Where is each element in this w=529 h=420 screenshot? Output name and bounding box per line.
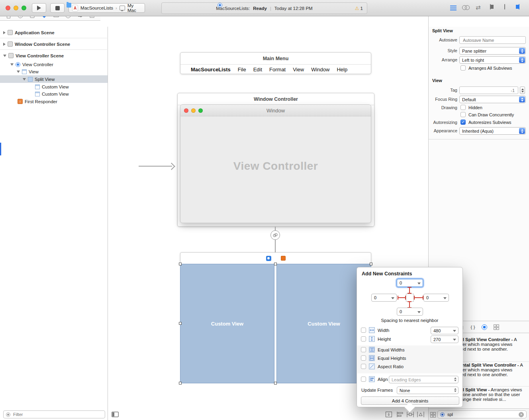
menu-item-app[interactable]: MacSourceLists [191,67,231,73]
stop-button[interactable] [50,3,65,13]
tag-input[interactable] [462,88,515,93]
scene-icon [8,30,13,35]
split-view-object[interactable]: Custom View Custom View [180,264,371,383]
clear-search-icon[interactable]: ✕ [519,412,524,417]
outline-row-view[interactable]: View [0,68,108,75]
autosave-input[interactable] [462,37,523,43]
window-object[interactable]: Window View Controller [180,104,371,223]
menu-item-window[interactable]: Window [311,67,329,73]
dock-view-controller-icon[interactable] [266,256,271,261]
autosave-field[interactable] [459,36,526,44]
menu-item-help[interactable]: Help [337,67,347,73]
segue-icon[interactable] [270,230,280,240]
resolve-issues-button-icon[interactable] [416,411,425,418]
menu-item-file[interactable]: File [238,67,246,73]
run-button[interactable] [32,3,46,13]
resize-handle[interactable] [274,263,277,265]
arranges-all-subviews-checkbox[interactable] [460,65,466,71]
main-menu-scene[interactable]: Main Menu MacSourceLists File Edit Forma… [180,52,371,74]
align-value-combo[interactable]: Leading Edges [389,376,458,383]
zoom-window-button[interactable] [22,6,26,10]
focus-ring-label: Focus Ring [428,97,457,102]
custom-view-left[interactable]: Custom View [180,264,274,383]
appearance-popup[interactable]: Inherited (Aqua) [459,127,526,135]
status-warning-badge[interactable]: ⚠ 1 [355,6,363,11]
library-grid-view-icon[interactable] [430,412,436,418]
right-strut[interactable] [414,297,423,298]
disclosure-triangle-icon[interactable] [3,31,6,34]
outline-row-view-controller[interactable]: View Controller [0,61,108,68]
right-spacing-combo[interactable]: 0 [423,294,449,302]
media-library-tab-icon[interactable] [494,324,499,330]
update-frames-combo[interactable]: None [397,387,458,394]
aspect-ratio-checkbox[interactable] [361,364,366,369]
equal-heights-checkbox[interactable] [361,355,366,361]
resize-handle[interactable] [179,322,182,325]
code-snippet-library-tab-icon[interactable]: { } [470,325,475,330]
aspect-ratio-label: Aspect Ratio [378,364,404,369]
resize-handle[interactable] [179,382,182,385]
standard-editor-icon[interactable] [450,6,457,11]
tag-stepper[interactable] [520,86,525,94]
outline-filter-field[interactable] [3,410,105,418]
dock-first-responder-icon[interactable] [281,256,286,261]
strut-cap [405,296,406,300]
outline-row-custom-view-2[interactable]: Custom View [0,90,108,98]
stack-button-icon[interactable] [384,411,394,418]
tag-label: Tag [428,88,457,92]
bottom-spacing-combo[interactable]: 0 [397,308,423,316]
close-window-button[interactable] [6,6,10,10]
disclosure-triangle-icon[interactable] [3,43,6,46]
object-library-tab-icon-selected[interactable] [482,324,487,330]
outline-row-custom-view-1[interactable]: Custom View [0,83,108,90]
equal-widths-checkbox[interactable] [361,347,366,352]
autoresizes-subviews-checkbox[interactable]: ✓ [460,120,466,125]
top-spacing-combo[interactable]: 0 [397,279,423,287]
resize-handle[interactable] [274,382,277,385]
can-draw-concurrently-checkbox[interactable] [460,112,466,117]
align-button-icon[interactable] [395,411,405,418]
library-search-input[interactable] [447,412,517,417]
hidden-checkbox[interactable] [460,105,466,110]
minimize-window-button[interactable] [14,6,18,10]
menu-item-format[interactable]: Format [269,67,286,73]
arrange-popup[interactable]: Left to right [459,56,526,64]
status-state: Ready [253,6,267,11]
outline-row-split-view-selected[interactable]: Split View [0,75,108,83]
scheme-name: MacSourceLists [80,6,113,10]
filter-input[interactable] [12,412,102,417]
focus-ring-popup[interactable]: Default [459,96,526,103]
align-checkbox[interactable] [361,377,366,382]
toggle-document-outline-icon[interactable] [112,412,119,417]
scheme-selector[interactable]: A MacSourceLists › My Mac [69,3,145,13]
strut-cap [408,301,411,302]
tag-field[interactable] [459,86,518,94]
style-popup[interactable]: Pane splitter [459,47,526,55]
outline-row-application-scene[interactable]: Application Scene [0,29,108,36]
resize-handle[interactable] [370,263,372,265]
height-checkbox[interactable] [361,336,366,341]
disclosure-triangle-icon[interactable] [23,78,26,80]
menu-item-view[interactable]: View [293,67,304,73]
version-editor-icon[interactable]: ⇄ [476,4,481,11]
outline-row-first-responder[interactable]: ↑ First Responder [0,98,108,105]
menu-item-edit[interactable]: Edit [253,67,262,73]
outline-row-view-controller-scene[interactable]: View Controller Scene [0,52,108,59]
height-value-combo[interactable]: 270 [431,336,458,343]
toggle-inspector-icon[interactable] [519,4,519,10]
outline-row-window-controller-scene[interactable]: Window Controller Scene [0,40,108,48]
disclosure-triangle-icon[interactable] [17,71,20,73]
library-search-field[interactable]: ✕ [437,410,527,418]
disclosure-triangle-icon[interactable] [3,55,6,57]
width-value-combo[interactable]: 480 [431,327,458,334]
folder-icon [67,3,71,8]
warning-icon: ⚠ [355,6,359,11]
left-spacing-combo[interactable]: 0 [371,294,397,302]
left-strut[interactable] [398,297,406,298]
resize-handle[interactable] [179,263,182,265]
disclosure-triangle-icon[interactable] [10,63,14,66]
view-controller-icon [217,3,222,8]
width-checkbox[interactable] [361,328,366,333]
toggle-navigator-icon[interactable] [490,4,491,10]
toggle-debug-area-icon[interactable] [504,4,505,10]
